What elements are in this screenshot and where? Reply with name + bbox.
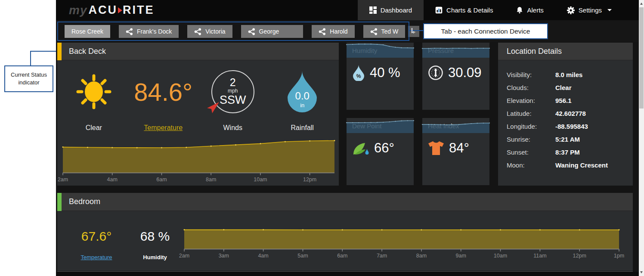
wind-compass-icon: 2 mph SSW xyxy=(211,70,254,113)
svg-text:4am: 4am xyxy=(107,177,118,183)
chevron-down-icon xyxy=(607,9,612,11)
location-row-sunset: Sunset:8:37 PM xyxy=(507,146,633,158)
svg-text:10am: 10am xyxy=(254,177,267,183)
rainfall-value: 0.0 xyxy=(285,90,320,102)
tab-label: Harold xyxy=(330,28,347,35)
svg-text:2am: 2am xyxy=(179,253,189,259)
location-row-longitude: Longitude:-88.595843 xyxy=(507,120,633,133)
location-details-panel: Location Details Visibility:8.0 miles Cl… xyxy=(498,43,633,186)
svg-text:8am: 8am xyxy=(416,253,427,259)
tab-rose-creek[interactable]: Rose Creek xyxy=(65,25,110,38)
current-status-indicator xyxy=(57,193,62,211)
dashboard-content: Back Deck Clear 84.6° Temperature xyxy=(56,42,639,276)
share-icon xyxy=(126,28,133,35)
bedroom-humidity-label: Humidity xyxy=(131,254,179,260)
svg-text:2am: 2am xyxy=(58,177,68,183)
svg-text:5am: 5am xyxy=(297,253,308,259)
tab-label: Rose Creek xyxy=(71,28,103,35)
add-device-tab-button[interactable]: + xyxy=(408,26,419,37)
myacurite-app: my ACU RITE Dashboard Charts & Details xyxy=(56,0,639,276)
location-row-sunrise: Sunrise:5:21 AM xyxy=(507,133,633,146)
back-deck-readings: Clear 84.6° Temperature 2 mph SSW xyxy=(57,60,339,132)
tab-label: Ted W xyxy=(381,28,399,35)
tab-harold[interactable]: Harold xyxy=(312,25,354,38)
status-callout-connector-vertical xyxy=(30,51,31,66)
pressure-tile[interactable]: Pressure 30.09 xyxy=(422,43,489,110)
svg-text:9am: 9am xyxy=(456,253,466,259)
tab-ted-w[interactable]: Ted W xyxy=(363,25,406,38)
share-icon xyxy=(194,28,201,35)
svg-text:12pm: 12pm xyxy=(303,177,316,183)
heat-index-tile[interactable]: Heat Index 84° xyxy=(422,118,489,185)
back-deck-header: Back Deck xyxy=(57,43,339,60)
status-callout-connector-horizontal xyxy=(30,51,56,52)
gear-icon xyxy=(567,6,575,14)
myacurite-logo[interactable]: my ACU RITE xyxy=(69,3,154,17)
scrollbar-up-arrow-icon[interactable] xyxy=(640,3,643,5)
svg-text:8am: 8am xyxy=(206,177,216,183)
scrollbar-down-arrow-icon[interactable] xyxy=(640,271,643,273)
tab-victoria[interactable]: Victoria xyxy=(187,25,232,38)
nav-item-label: Dashboard xyxy=(381,6,412,14)
content-bottom-strip xyxy=(56,272,639,276)
svg-text:12pm: 12pm xyxy=(573,253,586,259)
bedroom-temperature-chart: 2am3am4am5am6am7am8am9am10am11am12pm1pm xyxy=(184,220,639,276)
scrollbar-thumb[interactable] xyxy=(639,7,644,109)
svg-text:11am: 11am xyxy=(533,253,546,259)
nav-item-alerts[interactable]: Alerts xyxy=(505,0,555,20)
winds-label: Winds xyxy=(223,124,242,132)
share-icon xyxy=(370,28,378,35)
location-row-visibility: Visibility:8.0 miles xyxy=(507,68,633,81)
tab-franks-dock[interactable]: Frank's Dock xyxy=(119,25,179,38)
svg-text:10am: 10am xyxy=(494,253,507,259)
tab-callout-box: Tab - each Connection Device xyxy=(423,23,548,39)
device-tab-bar: Rose Creek Frank's Dock Victoria George … xyxy=(56,20,639,42)
bedroom-temperature-block: 67.6° Temperature xyxy=(71,229,122,261)
location-row-latitude: Latitude:42.602778 xyxy=(507,107,633,120)
panel-title: Bedroom xyxy=(69,197,100,206)
tab-george[interactable]: George xyxy=(241,25,303,38)
temperature-link[interactable]: Temperature xyxy=(144,124,183,132)
pressure-trend-chart xyxy=(422,41,489,109)
nav-menu: Dashboard Charts & Details Alerts Settin… xyxy=(358,0,623,20)
wind-direction-arrow-icon xyxy=(207,101,220,114)
tab-label: George xyxy=(259,28,279,35)
wind-unit: mph xyxy=(228,88,238,94)
bedroom-header: Bedroom xyxy=(57,193,633,211)
bedroom-temperature-link[interactable]: Temperature xyxy=(81,254,112,260)
location-row-moon: Moon:Waning Crescent xyxy=(507,158,633,171)
bar-chart-icon xyxy=(435,6,443,14)
logo-rite: RITE xyxy=(123,3,155,17)
tab-callout-connector-cross xyxy=(412,28,412,33)
location-details-rows: Visibility:8.0 miles Clouds:Clear Elevat… xyxy=(498,68,633,171)
winds-block: 2 mph SSW Winds xyxy=(198,60,268,132)
back-deck-panel: Back Deck Clear 84.6° Temperature xyxy=(57,43,339,186)
temperature-block: 84.6° Temperature xyxy=(129,60,198,132)
logo-acu: ACU xyxy=(88,3,118,17)
current-status-indicator xyxy=(57,43,62,60)
bell-icon xyxy=(516,6,523,14)
nav-item-dashboard[interactable]: Dashboard xyxy=(358,0,424,20)
vertical-scrollbar[interactable] xyxy=(639,0,644,276)
humidity-tile[interactable]: Humidity % 40 % xyxy=(347,43,414,110)
dew-point-tile[interactable]: Dew Point 66° xyxy=(347,118,414,185)
panel-title: Back Deck xyxy=(69,47,106,56)
nav-item-settings[interactable]: Settings xyxy=(555,0,623,20)
condition-block: Clear xyxy=(59,60,129,132)
location-row-clouds: Clouds:Clear xyxy=(507,81,633,94)
svg-text:7am: 7am xyxy=(377,253,387,259)
share-icon xyxy=(248,28,255,35)
svg-text:1pm: 1pm xyxy=(614,253,624,259)
sun-icon xyxy=(76,66,111,117)
svg-text:6am: 6am xyxy=(156,177,167,183)
location-row-elevation: Elevation:956.1 xyxy=(507,94,633,107)
status-callout-box: Current Status indicator xyxy=(4,65,53,92)
bedroom-temperature-value: 67.6° xyxy=(71,229,122,244)
wind-speed: 2 xyxy=(230,77,236,88)
nav-item-charts-details[interactable]: Charts & Details xyxy=(424,0,505,20)
condition-label: Clear xyxy=(86,124,102,132)
location-details-header: Location Details xyxy=(498,43,633,60)
rain-drop-icon: 0.0 in xyxy=(285,70,320,113)
device-tabs: Rose Creek Frank's Dock Victoria George … xyxy=(65,25,414,38)
tab-label: Frank's Dock xyxy=(137,28,172,35)
